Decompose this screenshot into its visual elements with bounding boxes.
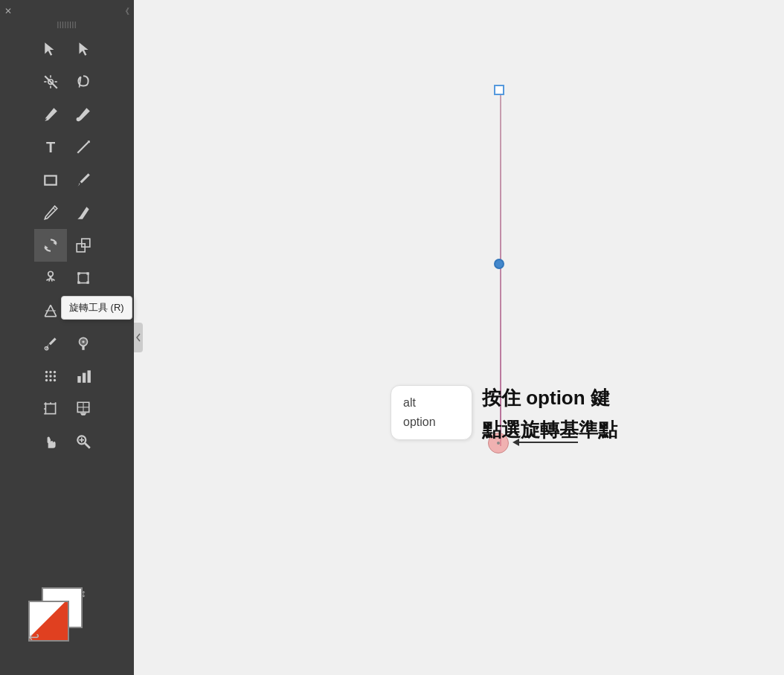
svg-line-22 — [52, 279, 54, 280]
grip-dots: |||||||| — [57, 21, 77, 28]
svg-rect-27 — [86, 281, 89, 283]
color-swatch[interactable]: ↕ ↩ — [28, 587, 86, 645]
eyedropper-tool[interactable] — [34, 327, 67, 360]
svg-rect-59 — [48, 436, 50, 443]
svg-rect-25 — [86, 272, 89, 274]
close-icon[interactable]: ✕ — [4, 6, 12, 16]
svg-rect-17 — [82, 239, 90, 247]
type-tool[interactable]: T — [34, 131, 67, 164]
svg-point-39 — [49, 371, 51, 373]
svg-rect-12 — [45, 176, 56, 185]
chinese-label: 按住 option 鍵 點選旋轉基準點 — [482, 385, 617, 443]
zoom-tool[interactable] — [67, 425, 100, 458]
svg-point-41 — [45, 375, 48, 377]
svg-rect-49 — [88, 370, 91, 383]
free-transform-tool[interactable] — [67, 262, 100, 294]
key-hint-alt: alt — [403, 396, 460, 410]
svg-rect-47 — [77, 376, 80, 383]
lasso-tool[interactable] — [67, 65, 100, 98]
svg-marker-1 — [80, 42, 89, 56]
pencil-tool[interactable] — [34, 196, 67, 229]
chinese-line2: 點選旋轉基準點 — [482, 417, 617, 443]
svg-line-10 — [77, 141, 89, 152]
line-tool[interactable] — [67, 131, 100, 164]
direct-select-tool[interactable] — [67, 33, 100, 65]
svg-point-37 — [82, 340, 84, 343]
toolbar-title-bar: ✕ 《 — [0, 3, 134, 19]
svg-point-18 — [48, 271, 54, 277]
tooltip-text: 旋轉工具 (R) — [69, 302, 124, 313]
rectangle-tool[interactable] — [34, 164, 67, 196]
svg-point-45 — [49, 379, 51, 381]
measure-tool[interactable] — [67, 327, 100, 360]
paintbrush-tool[interactable] — [67, 164, 100, 196]
svg-point-40 — [54, 371, 56, 373]
key-hint-box: alt option — [391, 385, 472, 440]
svg-point-42 — [49, 375, 51, 377]
svg-rect-50 — [45, 404, 55, 413]
key-hint-option: option — [403, 416, 460, 429]
svg-line-21 — [47, 279, 49, 280]
svg-point-38 — [45, 371, 48, 373]
svg-rect-16 — [77, 244, 85, 252]
eraser-tool[interactable] — [67, 196, 100, 229]
scale-tool[interactable] — [67, 229, 100, 262]
svg-point-9 — [77, 117, 81, 122]
canvas-area: alt option 按住 option 鍵 點選旋轉基準點 — [134, 0, 784, 675]
curvature-tool[interactable] — [67, 98, 100, 131]
svg-line-20 — [51, 277, 52, 282]
artboard-tool[interactable] — [34, 393, 67, 425]
tool-tooltip: 旋轉工具 (R) — [61, 296, 132, 320]
svg-line-61 — [85, 443, 90, 448]
svg-rect-48 — [83, 373, 86, 383]
svg-rect-24 — [77, 272, 80, 274]
svg-point-44 — [45, 379, 48, 381]
svg-point-46 — [54, 379, 56, 381]
svg-marker-0 — [45, 42, 54, 56]
hand-tool[interactable] — [34, 425, 67, 458]
slice-tool[interactable] — [67, 393, 100, 425]
reset-colors-icon[interactable]: ↩ — [28, 629, 39, 645]
chinese-line1: 按住 option 鍵 — [482, 385, 617, 411]
toolbar-grip: |||||||| — [0, 19, 134, 30]
panel-expand-tab[interactable] — [134, 323, 143, 352]
anchor-top[interactable] — [494, 85, 504, 95]
anchor-mid[interactable] — [494, 259, 504, 269]
magic-wand-tool[interactable] — [34, 65, 67, 98]
toolbar: ✕ 《 |||||||| — [0, 0, 134, 675]
swap-colors-icon[interactable]: ↕ — [81, 587, 86, 599]
puppet-warp-tool[interactable] — [34, 262, 67, 294]
select-tool[interactable] — [34, 33, 67, 65]
graph-dot-tool[interactable] — [34, 360, 67, 393]
collapse-icon[interactable]: 《 — [121, 6, 129, 17]
tool-grid: T — [34, 30, 100, 461]
svg-point-43 — [54, 375, 56, 377]
pen-tool[interactable] — [34, 98, 67, 131]
svg-rect-26 — [77, 281, 80, 283]
rotate-tool[interactable] — [34, 229, 67, 262]
chart-tool[interactable] — [67, 360, 100, 393]
svg-line-13 — [53, 207, 55, 210]
